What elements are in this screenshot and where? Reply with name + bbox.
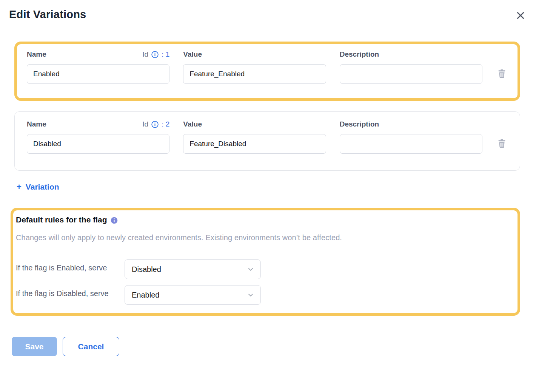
trash-icon[interactable]: [496, 68, 508, 79]
variation-1-name-column: Name Id : 1: [27, 50, 169, 84]
variation-card-2: Name Id : 2: [14, 111, 520, 171]
chevron-down-icon: [247, 265, 254, 273]
dialog-footer: Save Cancel: [12, 337, 527, 356]
variation-1-delete: [496, 50, 508, 84]
variation-value-input[interactable]: [183, 134, 326, 154]
default-rules-note: Changes will only apply to newly created…: [16, 233, 510, 242]
value-label: Value: [183, 120, 202, 128]
variation-card-1: Name Id : 1: [14, 42, 520, 101]
variation-2-name-column: Name Id : 2: [27, 120, 169, 154]
close-icon[interactable]: [514, 9, 527, 22]
cancel-button[interactable]: Cancel: [63, 337, 119, 356]
id-value: : 2: [162, 120, 169, 128]
id-label: Id: [142, 50, 148, 59]
rule-row-enabled: If the flag is Enabled, serve Disabled: [16, 259, 510, 279]
edit-variations-dialog: Edit Variations Name Id: [0, 0, 536, 392]
add-variation-button[interactable]: + Variation: [17, 182, 59, 192]
variation-1-description-column: Description: [340, 50, 482, 84]
rule-row-disabled: If the flag is Disabled, serve Enabled: [16, 285, 510, 305]
serve-when-enabled-select[interactable]: Disabled: [125, 259, 261, 279]
variation-id: Id : 1: [142, 50, 169, 59]
variation-2-description-column: Description: [340, 120, 482, 154]
description-label: Description: [340, 120, 379, 128]
default-rules-title: Default rules for the flag: [16, 215, 107, 224]
info-icon[interactable]: [151, 51, 159, 59]
trash-icon[interactable]: [496, 137, 508, 149]
id-label: Id: [142, 120, 148, 128]
default-rules-section: Default rules for the flag Changes will …: [11, 208, 520, 316]
variation-name-input[interactable]: [27, 64, 169, 84]
info-icon[interactable]: [151, 120, 159, 128]
chevron-down-icon: [247, 291, 254, 299]
id-value: : 1: [162, 50, 169, 59]
dialog-header: Edit Variations: [9, 8, 527, 22]
variation-1-value-column: Value: [183, 50, 326, 84]
selected-variation: Disabled: [132, 265, 161, 274]
save-button[interactable]: Save: [12, 337, 57, 356]
rule-label: If the flag is Disabled, serve: [16, 285, 125, 299]
variation-value-input[interactable]: [183, 64, 326, 84]
add-variation-label: Variation: [26, 182, 59, 191]
plus-icon: +: [17, 182, 22, 192]
serve-when-disabled-select[interactable]: Enabled: [125, 285, 261, 305]
variation-description-input[interactable]: [340, 134, 482, 154]
variation-id: Id : 2: [142, 120, 169, 128]
value-label: Value: [183, 50, 202, 59]
variation-description-input[interactable]: [340, 64, 482, 84]
name-label: Name: [27, 120, 46, 128]
name-label: Name: [27, 50, 46, 59]
description-label: Description: [340, 50, 379, 59]
rule-label: If the flag is Enabled, serve: [16, 259, 125, 274]
variation-2-value-column: Value: [183, 120, 326, 154]
page-title: Edit Variations: [9, 8, 86, 21]
selected-variation: Enabled: [132, 291, 159, 299]
info-filled-icon[interactable]: [111, 217, 118, 224]
variation-2-delete: [496, 120, 508, 154]
variation-name-input[interactable]: [27, 134, 169, 154]
